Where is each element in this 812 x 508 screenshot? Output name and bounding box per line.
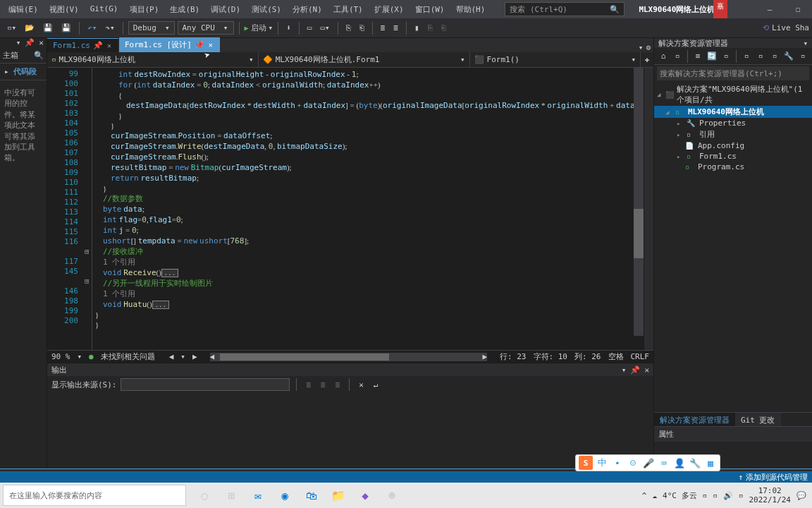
- menu-item[interactable]: 帮助(H): [450, 3, 491, 16]
- sync-icon[interactable]: 🔄: [706, 50, 718, 63]
- toolbar-icon[interactable]: ▮: [412, 22, 422, 34]
- vertical-scrollbar[interactable]: [634, 68, 644, 336]
- ime-mic-icon[interactable]: 🎤: [642, 456, 655, 469]
- weather-icon[interactable]: ☁: [652, 491, 657, 500]
- ime-icon[interactable]: •: [611, 456, 624, 469]
- save-icon[interactable]: 💾: [40, 22, 56, 34]
- account-badge[interactable]: 嘉: [713, 0, 727, 18]
- toolbar-icon[interactable]: ▫: [720, 50, 732, 63]
- menu-item[interactable]: 窗口(W): [410, 3, 450, 16]
- tray-icon[interactable]: ▫: [739, 491, 744, 500]
- wrap-icon[interactable]: ↵: [371, 379, 381, 391]
- tree-node-appconfig[interactable]: 📄App.config: [654, 140, 812, 151]
- clock-time[interactable]: 17:02: [749, 486, 791, 495]
- output-body[interactable]: [47, 393, 653, 468]
- start-button[interactable]: ▶启动▾: [245, 23, 273, 33]
- toolbar-icon[interactable]: ⎗: [357, 22, 367, 34]
- ime-user-icon[interactable]: 👤: [673, 456, 686, 469]
- toolbar-icon[interactable]: ≣: [378, 22, 388, 34]
- code-content[interactable]: int destRowIndex = originalHeight - orig…: [92, 68, 653, 350]
- tree-node-properties[interactable]: ▸🔧Properties: [654, 118, 812, 128]
- pin-icon[interactable]: 📌: [630, 365, 640, 375]
- tab-form1-design[interactable]: Form1.cs [设计]📌✕: [119, 37, 220, 52]
- tab-git-changes[interactable]: Git 更改: [735, 413, 781, 426]
- dropdown-icon[interactable]: ▾: [803, 39, 808, 48]
- config-combo[interactable]: Debug▾: [128, 21, 175, 35]
- output-source-combo[interactable]: [121, 378, 290, 391]
- toolbar-icon[interactable]: ≣: [333, 379, 343, 391]
- tree-node-form1[interactable]: ▸▫Form1.cs: [654, 151, 812, 162]
- mail-icon[interactable]: ✉: [250, 487, 266, 504]
- toolbar-icon[interactable]: ⎗: [438, 22, 449, 34]
- tree-project[interactable]: ◢▫MLX90640网络上位机: [654, 106, 812, 118]
- taskview-icon[interactable]: ⊞: [223, 487, 240, 504]
- pin-icon[interactable]: 📌: [25, 38, 35, 48]
- zoom-level[interactable]: 90 %: [51, 352, 70, 361]
- toolbar-icon[interactable]: ▫: [768, 50, 781, 63]
- toolbar-icon[interactable]: ▭▾: [317, 22, 332, 34]
- search-icon[interactable]: 🔍: [34, 51, 44, 60]
- menu-item[interactable]: 生成(B): [164, 3, 205, 16]
- horizontal-scrollbar[interactable]: ◀▶: [210, 353, 487, 361]
- maximize-button[interactable]: ☐: [784, 0, 812, 18]
- close-icon[interactable]: ✕: [39, 38, 44, 48]
- saveall-icon[interactable]: 💾: [59, 22, 74, 34]
- clear-icon[interactable]: ✕: [356, 379, 367, 391]
- ime-tool-icon[interactable]: 🔧: [689, 456, 701, 469]
- tab-solution-explorer[interactable]: 解决方案资源管理器: [654, 413, 735, 426]
- close-icon[interactable]: ✕: [644, 365, 649, 375]
- fold-gutter[interactable]: ⊞ ⊞: [82, 68, 92, 350]
- toolbar-icon[interactable]: ≡: [691, 50, 704, 63]
- liveshare-button[interactable]: ⟲Live Sha: [763, 23, 809, 32]
- ime-emoji-icon[interactable]: ☺: [627, 456, 639, 469]
- minimize-button[interactable]: —: [756, 0, 784, 18]
- tray-chevron-icon[interactable]: ^: [642, 491, 647, 500]
- pin-icon[interactable]: 📌: [93, 41, 103, 50]
- menu-item[interactable]: 工具(T): [328, 3, 369, 16]
- home-icon[interactable]: ⌂: [657, 50, 670, 63]
- toolbar-icon[interactable]: ▫: [671, 50, 684, 63]
- tray-icon[interactable]: ▫: [703, 491, 708, 500]
- toolbar-icon[interactable]: ≣: [303, 379, 314, 391]
- cortana-icon[interactable]: ○: [196, 487, 213, 504]
- menu-item[interactable]: 视图(V): [44, 3, 85, 16]
- tree-node-references[interactable]: ▸▫引用: [654, 128, 812, 140]
- gear-icon[interactable]: ⚙: [646, 43, 651, 52]
- code-editor[interactable]: 9910010110210310410510610710810911011111…: [47, 68, 653, 350]
- solution-search[interactable]: 搜索解决方案资源管理器(Ctrl+;): [657, 66, 809, 80]
- menu-item[interactable]: 分析(N): [287, 3, 328, 16]
- explorer-icon[interactable]: 📁: [330, 487, 347, 504]
- toolbar-icon[interactable]: ▫: [740, 50, 753, 63]
- ime-toolbar[interactable]: S 中 • ☺ 🎤 ⌨ 👤 🔧 ▦: [575, 454, 720, 471]
- toolbar-icon[interactable]: ▫: [796, 50, 809, 63]
- toolbar-icon[interactable]: ≣: [390, 22, 401, 34]
- edge-icon[interactable]: ◉: [276, 487, 293, 504]
- menu-item[interactable]: 扩展(X): [369, 3, 410, 16]
- toolbar-icon[interactable]: ⎘: [343, 22, 354, 34]
- ime-keyboard-icon[interactable]: ⌨: [658, 456, 670, 469]
- toolbar-icon[interactable]: ⬇: [283, 22, 294, 34]
- volume-icon[interactable]: 🔊: [723, 491, 733, 500]
- global-search[interactable]: 搜索 (Ctrl+Q) 🔍: [505, 2, 625, 16]
- toolbar-icon[interactable]: ≣: [318, 379, 328, 391]
- menu-item[interactable]: 项目(P): [124, 3, 165, 16]
- store-icon[interactable]: 🛍: [303, 487, 320, 504]
- menu-item[interactable]: 编辑(E): [3, 3, 44, 16]
- notifications-icon[interactable]: 💬: [796, 491, 806, 500]
- redo-icon[interactable]: ↷▾: [103, 22, 118, 34]
- platform-combo[interactable]: Any CPU▾: [178, 21, 234, 35]
- nav-method[interactable]: ⬛Form1()▾: [470, 52, 641, 67]
- pin-icon[interactable]: 📌: [195, 40, 204, 49]
- menu-item[interactable]: 调试(D): [205, 3, 246, 16]
- vs-icon[interactable]: ◆: [357, 487, 374, 504]
- source-control-label[interactable]: 添加到源代码管理: [746, 472, 808, 483]
- dropdown-icon[interactable]: ▾: [639, 43, 644, 52]
- close-icon[interactable]: ✕: [106, 42, 113, 49]
- toolbar-icon[interactable]: ⎘: [425, 22, 436, 34]
- menu-item[interactable]: Git(G): [85, 3, 124, 16]
- close-icon[interactable]: ✕: [207, 41, 214, 49]
- menu-item[interactable]: 测试(S): [246, 3, 287, 16]
- nav-class[interactable]: 🔶MLX90640网络上位机.Form1▾: [259, 52, 470, 67]
- nav-project[interactable]: ▫MLX90640网络上位机▾: [47, 52, 259, 67]
- new-icon[interactable]: ▫▾: [4, 22, 19, 34]
